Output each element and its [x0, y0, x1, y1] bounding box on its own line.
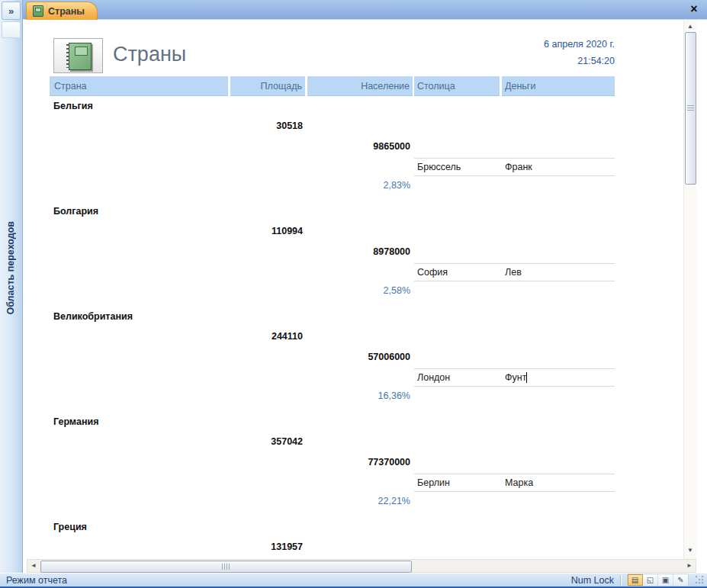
area-value[interactable]: 110994 — [230, 226, 303, 236]
column-header-country[interactable]: Страна — [50, 76, 228, 96]
close-icon[interactable]: × — [687, 2, 701, 17]
table-row: Великобритания 244110 57006000 Лондон Фу… — [23, 311, 683, 416]
scrollbar-grip — [687, 105, 694, 111]
status-separator — [620, 575, 621, 586]
column-header-population[interactable]: Население — [307, 76, 413, 96]
num-lock-indicator: Num Lock — [571, 575, 614, 586]
capital-currency-row: Лондон Фунт — [414, 368, 615, 387]
area-value[interactable]: 30518 — [230, 120, 303, 131]
layout-view-icon: ▣ — [662, 576, 669, 584]
currency-value[interactable]: Франк — [505, 162, 532, 172]
document-tab-strip: Страны × — [23, 0, 707, 20]
report-title: Страны — [113, 43, 186, 66]
design-view-button[interactable]: ✎ — [673, 574, 688, 586]
capital-value[interactable]: Берлин — [417, 477, 450, 488]
currency-value[interactable]: Лев — [505, 267, 522, 278]
area-value[interactable]: 244110 — [230, 331, 303, 342]
window-resize-grip[interactable] — [695, 575, 705, 585]
layout-view-button[interactable]: ▣ — [658, 574, 673, 586]
capital-value[interactable]: Брюссель — [417, 162, 461, 172]
percent-value[interactable]: 16,36% — [307, 390, 410, 401]
country-name[interactable]: Греция — [53, 522, 87, 532]
population-value[interactable]: 57006000 — [307, 352, 410, 362]
vertical-scrollbar-thumb[interactable] — [685, 32, 696, 185]
currency-value[interactable]: Марка — [505, 477, 533, 488]
horizontal-scrollbar[interactable]: ◄ ► — [27, 559, 696, 573]
report-page: Страны 6 апреля 2020 г. 21:54:20 Страна … — [23, 20, 683, 559]
report-date: 6 апреля 2020 г. — [414, 39, 615, 50]
column-header-capital[interactable]: Столица — [414, 76, 500, 96]
capital-value[interactable]: Лондон — [417, 372, 450, 383]
scroll-right-icon[interactable]: ► — [685, 561, 694, 570]
nav-pane-title[interactable]: Область переходов — [5, 221, 16, 315]
column-header-currency[interactable]: Деньги — [502, 76, 615, 96]
percent-value[interactable]: 2,58% — [307, 285, 410, 296]
percent-value[interactable]: 22,21% — [307, 496, 410, 506]
status-bar-right: Num Lock ▤ ◱ ▣ ✎ — [571, 574, 705, 586]
tab-strany[interactable]: Страны — [26, 2, 98, 20]
text-caret — [526, 372, 527, 383]
currency-value[interactable]: Фунт — [505, 372, 526, 383]
table-row: Германия 357042 77370000 Берлин Марка 22… — [23, 416, 683, 522]
navigation-pane-collapsed: » Область переходов — [0, 0, 23, 573]
scroll-down-icon[interactable]: ▼ — [684, 546, 696, 555]
report-view-icon: ▤ — [631, 576, 638, 584]
scroll-up-icon[interactable]: ▲ — [684, 22, 696, 31]
tab-label: Страны — [48, 6, 85, 17]
population-value[interactable]: 9865000 — [307, 141, 410, 152]
vertical-scrollbar[interactable]: ▲ ▼ — [683, 20, 696, 559]
capital-currency-row: Берлин Марка — [414, 474, 615, 492]
scrollbar-grip — [222, 564, 230, 570]
area-value[interactable]: 357042 — [230, 436, 303, 447]
column-header-area[interactable]: Площадь — [230, 76, 305, 96]
country-name[interactable]: Болгария — [53, 206, 98, 217]
horizontal-scrollbar-thumb[interactable] — [40, 561, 412, 573]
record-list: Бельгия 30518 9865000 Брюссель Франк 2,8… — [23, 101, 683, 559]
status-bar: Режим отчета Num Lock ▤ ◱ ▣ ✎ — [0, 573, 707, 588]
nav-pane-expand-button[interactable]: » — [2, 2, 21, 20]
capital-currency-row: Брюссель Франк — [414, 158, 615, 176]
column-header-row: Страна Площадь Население Столица Деньги — [23, 76, 683, 96]
notebook-spiral — [66, 44, 69, 68]
table-row: Бельгия 30518 9865000 Брюссель Франк 2,8… — [23, 101, 683, 206]
table-row: Болгария 110994 8978000 София Лев 2,58% — [23, 206, 683, 311]
view-switcher-group: ▤ ◱ ▣ ✎ — [627, 574, 689, 586]
access-window: » Область переходов Страны × Страны 6 ап… — [0, 0, 707, 588]
area-value[interactable]: 131957 — [230, 541, 303, 552]
percent-value[interactable]: 2,83% — [307, 180, 410, 191]
capital-value[interactable]: София — [417, 267, 448, 278]
report-icon — [33, 5, 43, 17]
chevron-right-icon: » — [8, 5, 14, 17]
table-row: Греция 131957 — [23, 522, 683, 559]
capital-currency-row: София Лев — [414, 263, 615, 281]
design-view-icon: ✎ — [677, 576, 683, 584]
notebook-label — [75, 47, 88, 56]
population-value[interactable]: 8978000 — [307, 246, 410, 257]
population-value[interactable]: 77370000 — [307, 457, 410, 468]
country-name[interactable]: Бельгия — [53, 101, 93, 111]
notebook-icon — [69, 43, 92, 70]
country-name[interactable]: Германия — [53, 416, 98, 427]
scroll-left-icon[interactable]: ◄ — [29, 561, 38, 570]
print-preview-icon: ◱ — [647, 576, 654, 584]
view-mode-label: Режим отчета — [6, 575, 67, 586]
report-logo-box — [53, 38, 103, 73]
country-name[interactable]: Великобритания — [53, 311, 133, 322]
report-view-area: Страны 6 апреля 2020 г. 21:54:20 Страна … — [23, 20, 707, 573]
report-view-button[interactable]: ▤ — [628, 574, 643, 586]
nav-pane-subheader — [2, 21, 21, 38]
print-preview-button[interactable]: ◱ — [643, 574, 658, 586]
report-time: 21:54:20 — [414, 56, 615, 66]
